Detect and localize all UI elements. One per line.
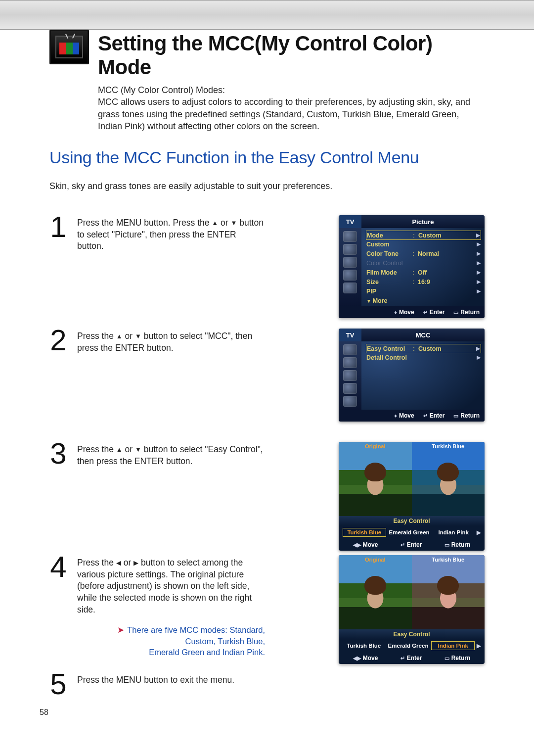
step-number: 4: [49, 555, 67, 579]
foot-enter: Enter: [407, 541, 422, 548]
lead-text: Skin, sky and grass tones are easily adj…: [49, 181, 485, 191]
osd-row-label: Easy Control: [367, 345, 412, 352]
down-triangle-icon: ▼: [135, 332, 141, 341]
osd-row[interactable]: Size:16:9▶: [366, 277, 481, 286]
note-line: Emerald Green and Indian Pink.: [149, 648, 265, 657]
move-lr-icon: ◀▶: [353, 655, 361, 662]
step-4: 4 Press the ◀ or ▶ button to select amon…: [49, 555, 485, 666]
osd-icon: [343, 231, 357, 242]
t: Press the MENU button. Press the: [77, 218, 212, 228]
osd-row[interactable]: Color Tone:Normal▶: [366, 249, 481, 258]
t: or: [218, 218, 230, 228]
left-triangle-icon: ◀: [116, 559, 121, 567]
down-triangle-icon: ▼: [231, 219, 237, 228]
foot-enter: Enter: [430, 309, 445, 316]
intro-label: MCC (My Color Control) Modes:: [98, 84, 485, 96]
osd-list: Mode:Custom▶Custom▶Color Tone:Normal▶Col…: [361, 228, 485, 306]
step-text: Press the MENU button to exit the menu.: [77, 672, 265, 686]
osd-row[interactable]: More: [366, 296, 481, 305]
chevron-right-icon: ▶: [477, 643, 481, 649]
move-updown-icon: ♦: [394, 413, 397, 419]
osd-source-label: TV: [339, 329, 361, 341]
step-2: 2 Press the ▲ or ▼ button to select "MCC…: [49, 329, 485, 440]
steps: 1 Press the MENU button. Press the ▲ or …: [49, 215, 485, 702]
chevron-right-icon: ▶: [477, 529, 481, 536]
t: or: [121, 558, 134, 567]
osd-row-value: Custom: [415, 345, 476, 352]
osd-row[interactable]: Color Control▶: [366, 258, 481, 268]
caption-original: Original: [339, 557, 412, 563]
return-icon: ▭: [445, 655, 449, 662]
down-triangle-icon: ▼: [135, 445, 141, 454]
easy-control-preview-b: Original Turkish Blue Easy Control Turki…: [339, 555, 485, 664]
up-triangle-icon: ▲: [212, 219, 218, 228]
chevron-right-icon: ▶: [477, 279, 481, 285]
intro-body: MCC allows users to adjust colors to acc…: [98, 96, 485, 132]
osd-row[interactable]: Mode:Custom▶: [366, 231, 481, 240]
foot-return: Return: [460, 309, 480, 316]
osd-row-label: More: [366, 297, 412, 304]
foot-move: Move: [399, 412, 414, 419]
easy-control-options: Turkish Blue Emerald Green Indian Pink ▶: [339, 639, 485, 652]
osd-row[interactable]: Film Mode:Off▶: [366, 268, 481, 277]
osd-row-value: Off: [415, 269, 477, 276]
osd-row[interactable]: Custom▶: [366, 239, 481, 249]
step-number: 2: [49, 329, 67, 352]
enter-icon: ↵: [423, 413, 428, 419]
chevron-right-icon: ▶: [476, 345, 480, 352]
osd-icon: [343, 344, 357, 355]
osd-row[interactable]: Easy Control:Custom▶: [366, 344, 481, 353]
foot-return: Return: [451, 655, 471, 662]
opt-indian-pink[interactable]: Indian Pink: [432, 528, 475, 536]
caption-original: Original: [339, 443, 412, 449]
up-triangle-icon: ▲: [116, 332, 123, 341]
osd-list: Easy Control:Custom▶Detail Control▶: [361, 341, 485, 410]
t: Press the: [77, 444, 116, 454]
osd-footer: ♦Move ↵Enter ▭Return: [339, 410, 485, 422]
step-1: 1 Press the MENU button. Press the ▲ or …: [49, 215, 485, 327]
opt-turkish-blue[interactable]: Turkish Blue: [343, 642, 385, 650]
t: Press the: [77, 558, 116, 567]
osd-footer: ◀▶Move ↵Enter ▭Return: [339, 652, 485, 664]
chevron-right-icon: ▶: [477, 288, 481, 294]
page: Setting the MCC(My Control Color) Mode M…: [0, 0, 534, 734]
up-triangle-icon: ▲: [116, 445, 123, 454]
osd-icon: [343, 396, 357, 407]
osd-row-label: Color Control: [366, 260, 412, 267]
return-icon: ▭: [453, 309, 458, 316]
chevron-right-icon: ▶: [477, 354, 481, 361]
foot-move: Move: [363, 655, 378, 662]
step-3: 3 Press the ▲ or ▼ button to select "Eas…: [49, 442, 485, 553]
chevron-right-icon: ▶: [476, 232, 480, 238]
osd-row-label: PIP: [366, 288, 412, 295]
opt-turkish-blue[interactable]: Turkish Blue: [343, 528, 386, 537]
return-icon: ▭: [453, 413, 458, 419]
osd-row-label: Size: [366, 279, 412, 285]
easy-control-options: Turkish Blue Emerald Green Indian Pink ▶: [339, 526, 485, 539]
step-number: 5: [49, 672, 67, 696]
osd-row-label: Mode: [367, 232, 412, 239]
opt-indian-pink[interactable]: Indian Pink: [431, 641, 475, 650]
osd-row-label: Detail Control: [366, 354, 412, 361]
osd-icon: [343, 357, 357, 368]
osd-footer: ◀▶Move ↵Enter ▭Return: [339, 539, 485, 551]
easy-control-bar: Easy Control: [339, 516, 485, 526]
foot-move: Move: [399, 309, 414, 316]
page-number: 58: [40, 708, 48, 717]
osd-row[interactable]: PIP▶: [366, 286, 481, 296]
step-text: Press the ◀ or ▶ button to select among …: [77, 555, 265, 658]
osd-icon: [343, 383, 357, 394]
osd-row-label: Film Mode: [366, 269, 412, 276]
section-subtitle: Using the MCC Function in the Easy Contr…: [49, 148, 485, 167]
osd-mcc-menu: TV MCC Easy Control:Custom▶Detail Contro…: [339, 329, 485, 422]
osd-icon: [343, 370, 357, 381]
chevron-right-icon: ▶: [477, 250, 481, 257]
osd-row-value: Custom: [415, 232, 476, 239]
opt-emerald-green[interactable]: Emerald Green: [387, 642, 430, 650]
step-note: ➤There are five MCC modes: Standard, Cus…: [77, 624, 265, 658]
osd-row[interactable]: Detail Control▶: [366, 353, 481, 362]
preview-selected: Turkish Blue: [412, 555, 485, 629]
step-text: Press the MENU button. Press the ▲ or ▼ …: [77, 215, 265, 252]
opt-emerald-green[interactable]: Emerald Green: [388, 528, 431, 536]
foot-move: Move: [363, 541, 378, 548]
